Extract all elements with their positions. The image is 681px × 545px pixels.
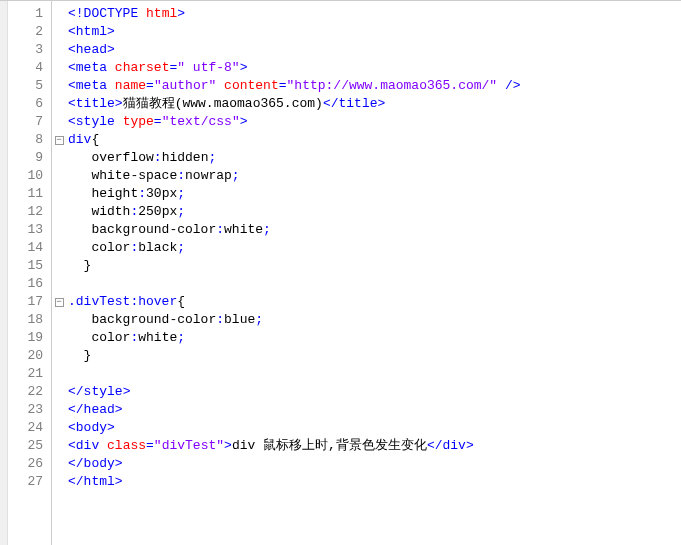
code-line[interactable]: <body> <box>68 419 681 437</box>
code-token: > <box>224 438 232 453</box>
code-line[interactable]: <meta name="author" content="http://www.… <box>68 77 681 95</box>
code-token: meta <box>76 78 107 93</box>
code-line[interactable]: div{ <box>68 131 681 149</box>
code-token: 250px <box>138 204 177 219</box>
code-token <box>216 78 224 93</box>
code-token: div <box>76 438 99 453</box>
fold-toggle <box>52 59 66 77</box>
line-number: 9 <box>8 149 51 167</box>
line-number: 3 <box>8 41 51 59</box>
code-token: = <box>279 78 287 93</box>
code-token: head <box>76 42 107 57</box>
code-token: 30px <box>146 186 177 201</box>
code-line[interactable]: color:white; <box>68 329 681 347</box>
code-line[interactable]: <title>猫猫教程(www.maomao365.com)</title> <box>68 95 681 113</box>
code-token: /> <box>505 78 521 93</box>
code-token: > <box>378 96 386 111</box>
code-line[interactable]: <html> <box>68 23 681 41</box>
code-token: > <box>107 24 115 39</box>
code-line[interactable] <box>68 275 681 293</box>
code-line[interactable]: color:black; <box>68 239 681 257</box>
code-token: DOCTYPE <box>84 6 139 21</box>
fold-toggle <box>52 23 66 41</box>
fold-toggle <box>52 365 66 383</box>
code-token: html <box>84 474 115 489</box>
code-token: = <box>146 438 154 453</box>
fold-toggle <box>52 455 66 473</box>
code-token: ; <box>177 240 185 255</box>
code-line[interactable]: <meta charset=" utf-8"> <box>68 59 681 77</box>
code-token: ; <box>232 168 240 183</box>
code-token: height <box>91 186 138 201</box>
fold-toggle[interactable]: − <box>52 131 66 149</box>
line-number: 1 <box>8 5 51 23</box>
fold-toggle <box>52 275 66 293</box>
code-token: </ <box>68 402 84 417</box>
code-token: : <box>216 312 224 327</box>
code-token: </ <box>323 96 339 111</box>
fold-toggle <box>52 221 66 239</box>
fold-toggle <box>52 257 66 275</box>
code-line[interactable]: height:30px; <box>68 185 681 203</box>
code-token: <! <box>68 6 84 21</box>
code-token: 猫猫教程(www.maomao365.com) <box>123 96 323 111</box>
code-line[interactable]: <!DOCTYPE html> <box>68 5 681 23</box>
code-line[interactable]: <head> <box>68 41 681 59</box>
line-number: 13 <box>8 221 51 239</box>
code-area[interactable]: <!DOCTYPE html><html><head><meta charset… <box>66 1 681 545</box>
code-token: < <box>68 78 76 93</box>
code-line[interactable]: </head> <box>68 401 681 419</box>
code-token: html <box>146 6 177 21</box>
line-number: 8 <box>8 131 51 149</box>
fold-toggle[interactable]: − <box>52 293 66 311</box>
code-token: > <box>240 114 248 129</box>
line-number: 16 <box>8 275 51 293</box>
code-line[interactable]: overflow:hidden; <box>68 149 681 167</box>
code-token: = <box>154 114 162 129</box>
code-token: "divTest" <box>154 438 224 453</box>
code-token: : <box>216 222 224 237</box>
code-token: < <box>68 60 76 75</box>
fold-toggle <box>52 311 66 329</box>
code-editor[interactable]: 1234567891011121314151617181920212223242… <box>0 1 681 545</box>
code-token: < <box>68 420 76 435</box>
code-token: style <box>76 114 115 129</box>
code-line[interactable]: white-space:nowrap; <box>68 167 681 185</box>
fold-toggle <box>52 41 66 59</box>
fold-collapse-icon[interactable]: − <box>55 136 64 145</box>
fold-collapse-icon[interactable]: − <box>55 298 64 307</box>
code-line[interactable]: </style> <box>68 383 681 401</box>
code-token: blue <box>224 312 255 327</box>
code-line[interactable]: } <box>68 257 681 275</box>
code-token: class <box>107 438 146 453</box>
code-line[interactable]: </body> <box>68 455 681 473</box>
code-token: content <box>224 78 279 93</box>
code-line[interactable]: background-color:white; <box>68 221 681 239</box>
code-token: < <box>68 438 76 453</box>
code-token: "author" <box>154 78 216 93</box>
code-line[interactable]: <style type="text/css"> <box>68 113 681 131</box>
line-number: 25 <box>8 437 51 455</box>
code-line[interactable] <box>68 365 681 383</box>
code-token: black <box>138 240 177 255</box>
code-token: type <box>123 114 154 129</box>
code-token: div <box>68 132 91 147</box>
code-token: </ <box>68 474 84 489</box>
code-line[interactable]: } <box>68 347 681 365</box>
line-number: 23 <box>8 401 51 419</box>
line-number: 5 <box>8 77 51 95</box>
code-line[interactable]: background-color:blue; <box>68 311 681 329</box>
code-token: div 鼠标移上时,背景色发生变化 <box>232 438 427 453</box>
code-line[interactable]: width:250px; <box>68 203 681 221</box>
line-number: 7 <box>8 113 51 131</box>
code-token: head <box>84 402 115 417</box>
code-line[interactable]: <div class="divTest">div 鼠标移上时,背景色发生变化</… <box>68 437 681 455</box>
fold-toggle <box>52 239 66 257</box>
code-token <box>115 114 123 129</box>
code-line[interactable]: </html> <box>68 473 681 491</box>
code-token: white-space <box>91 168 177 183</box>
code-token: width <box>91 204 130 219</box>
code-line[interactable]: .divTest:hover{ <box>68 293 681 311</box>
line-number: 20 <box>8 347 51 365</box>
line-number: 14 <box>8 239 51 257</box>
